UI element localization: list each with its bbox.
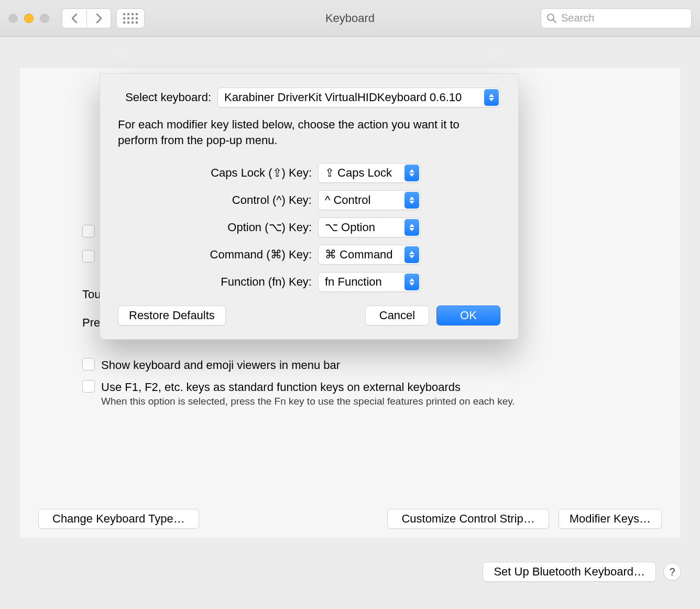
checkbox-obscured-2[interactable] (82, 250, 95, 263)
hint-fn-keys: When this option is selected, press the … (101, 396, 639, 407)
checkbox-show-viewers[interactable] (82, 358, 95, 371)
svg-point-0 (548, 14, 554, 20)
show-all-button[interactable] (116, 8, 145, 28)
function-value: fn Function (325, 275, 382, 289)
search-icon (546, 13, 557, 24)
control-label: Control (^) Key: (118, 193, 312, 207)
option-value: ⌥ Option (325, 221, 375, 234)
obscured-label-tou: Tou (82, 288, 101, 301)
traffic-lights (8, 14, 49, 23)
setup-bluetooth-button[interactable]: Set Up Bluetooth Keyboard… (483, 562, 656, 582)
window-body: Tou Pre Show keyboard and emoji viewers … (0, 37, 700, 609)
option-label: Option (⌥) Key: (118, 221, 312, 234)
change-keyboard-type-button[interactable]: Change Keyboard Type… (38, 509, 199, 529)
updown-icon (484, 89, 499, 106)
select-keyboard-popup[interactable]: Karabiner DriverKit VirtualHIDKeyboard 0… (217, 88, 500, 107)
updown-icon (404, 192, 419, 209)
function-label: Function (fn) Key: (118, 275, 312, 289)
help-icon: ? (669, 566, 675, 578)
cancel-button[interactable]: Cancel (365, 306, 429, 325)
command-label: Command (⌘) Key: (118, 248, 312, 262)
nav-back-forward (62, 8, 111, 28)
control-value: ^ Control (325, 193, 370, 207)
close-window-icon[interactable] (8, 14, 18, 23)
search-input[interactable] (561, 12, 686, 24)
help-button[interactable]: ? (663, 563, 681, 581)
select-keyboard-label: Select keyboard: (118, 91, 211, 104)
back-button[interactable] (62, 9, 86, 28)
obscured-label-pre: Pre (82, 316, 100, 330)
search-field[interactable] (541, 8, 692, 28)
zoom-window-icon[interactable] (40, 14, 49, 23)
label-fn-keys: Use F1, F2, etc. keys as standard functi… (101, 380, 461, 395)
updown-icon (404, 246, 419, 263)
select-keyboard-value: Karabiner DriverKit VirtualHIDKeyboard 0… (224, 91, 462, 104)
window-title: Keyboard (325, 12, 375, 25)
command-popup[interactable]: ⌘ Command (318, 245, 421, 265)
updown-icon (404, 165, 419, 181)
capslock-value: ⇪ Caps Lock (325, 166, 392, 180)
checkbox-fn-keys[interactable] (82, 380, 95, 393)
ok-button[interactable]: OK (436, 306, 500, 325)
svg-line-1 (553, 20, 556, 23)
window-footer: Set Up Bluetooth Keyboard… ? (19, 562, 681, 582)
pane-bottom-buttons: Change Keyboard Type… Customize Control … (38, 509, 662, 529)
restore-defaults-button[interactable]: Restore Defaults (118, 306, 226, 325)
sheet-description: For each modifier key listed below, choo… (118, 117, 500, 148)
updown-icon (404, 219, 419, 236)
customize-control-strip-button[interactable]: Customize Control Strip… (387, 509, 549, 529)
option-popup[interactable]: ⌥ Option (318, 218, 421, 237)
checkbox-obscured-1[interactable] (82, 225, 95, 237)
label-show-viewers: Show keyboard and emoji viewers in menu … (101, 358, 340, 373)
titlebar: Keyboard (0, 0, 700, 37)
modifier-keys-button[interactable]: Modifier Keys… (559, 509, 662, 529)
minimize-window-icon[interactable] (24, 14, 34, 23)
updown-icon (404, 274, 419, 290)
capslock-label: Caps Lock (⇪) Key: (118, 166, 312, 180)
control-popup[interactable]: ^ Control (318, 190, 421, 210)
command-value: ⌘ Command (325, 248, 393, 262)
forward-button[interactable] (86, 9, 111, 28)
sheet-footer: Restore Defaults Cancel OK (118, 306, 500, 325)
function-popup[interactable]: fn Function (318, 272, 421, 292)
capslock-popup[interactable]: ⇪ Caps Lock (318, 163, 421, 183)
modifier-keys-sheet: Select keyboard: Karabiner DriverKit Vir… (100, 73, 519, 340)
